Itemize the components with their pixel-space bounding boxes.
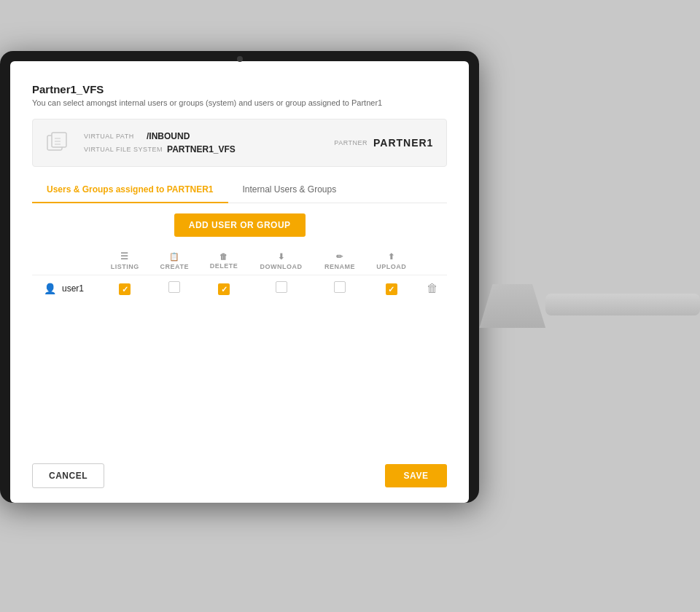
stand-base — [545, 294, 700, 315]
camera-dot — [237, 56, 243, 62]
col-create: 📋 CREATE — [149, 247, 199, 275]
partner-value: PARTNER1 — [373, 137, 433, 149]
vfs-label: VIRTUAL FILE SYSTEM — [84, 146, 163, 153]
info-card: VIRTUAL PATH /INBOUND VIRTUAL FILE SYSTE… — [32, 119, 447, 167]
vfs-icon — [46, 130, 72, 156]
page-title: Partner1_VFS — [32, 83, 447, 95]
col-download: ⬇ DOWNLOAD — [249, 247, 314, 275]
delete-user-cell[interactable]: 🗑 — [417, 275, 447, 302]
table-row: 👤user1🗑 — [32, 275, 447, 302]
rename-icon: ✏ — [336, 252, 343, 262]
stand-neck — [479, 284, 545, 328]
page-subtitle: You can select amongst internal users or… — [32, 98, 447, 107]
partner-label: PARTNER — [334, 139, 368, 146]
user-name: user1 — [62, 283, 84, 294]
svg-rect-1 — [52, 133, 66, 147]
permissions-table: ☰ LISTING 📋 CREATE 🗑 — [32, 247, 447, 302]
screen-content: Partner1_VFS You can select amongst inte… — [10, 61, 469, 503]
vfs-field: VIRTUAL FILE SYSTEM PARTNER1_VFS — [84, 144, 236, 154]
listing-icon: ☰ — [120, 251, 129, 262]
cancel-button[interactable]: CANCEL — [32, 463, 104, 488]
delete-cell[interactable] — [199, 275, 248, 302]
col-action — [417, 247, 447, 275]
user-icon: 👤 — [44, 283, 56, 294]
monitor-screen: Partner1_VFS You can select amongst inte… — [10, 61, 469, 503]
virtual-path-label: VIRTUAL PATH — [84, 133, 142, 140]
col-listing: ☰ LISTING — [100, 247, 149, 275]
listing-cell[interactable] — [100, 275, 149, 302]
info-card-fields: VIRTUAL PATH /INBOUND VIRTUAL FILE SYSTE… — [84, 131, 236, 154]
col-delete: 🗑 DELETE — [199, 247, 248, 275]
add-user-button[interactable]: ADD USER OR GROUP — [174, 213, 306, 237]
virtual-path-value: /INBOUND — [147, 131, 190, 141]
create-cell[interactable] — [149, 275, 199, 302]
save-button[interactable]: SAVE — [385, 464, 448, 487]
footer-buttons: CANCEL SAVE — [32, 452, 447, 488]
col-upload: ⬆ UPLOAD — [366, 247, 417, 275]
monitor: Partner1_VFS You can select amongst inte… — [0, 51, 479, 503]
delete-user-button[interactable]: 🗑 — [427, 282, 438, 295]
download-cell[interactable] — [249, 275, 314, 302]
delete-icon: 🗑 — [219, 252, 228, 261]
upload-icon: ⬆ — [388, 252, 395, 262]
virtual-path-field: VIRTUAL PATH /INBOUND — [84, 131, 236, 141]
rename-cell[interactable] — [314, 275, 365, 302]
tabs-bar: Users & Groups assigned to PARTNER1 Inte… — [32, 177, 447, 203]
user-name-cell: 👤user1 — [32, 275, 100, 302]
col-user — [32, 247, 100, 275]
download-icon: ⬇ — [278, 252, 285, 262]
create-icon: 📋 — [169, 252, 180, 262]
vfs-value: PARTNER1_VFS — [167, 144, 236, 154]
col-rename: ✏ RENAME — [314, 247, 365, 275]
tab-partner-users[interactable]: Users & Groups assigned to PARTNER1 — [32, 177, 228, 203]
tab-internal-users[interactable]: Internal Users & Groups — [228, 177, 351, 203]
upload-cell[interactable] — [366, 275, 417, 302]
partner-section: PARTNER PARTNER1 — [334, 137, 433, 149]
